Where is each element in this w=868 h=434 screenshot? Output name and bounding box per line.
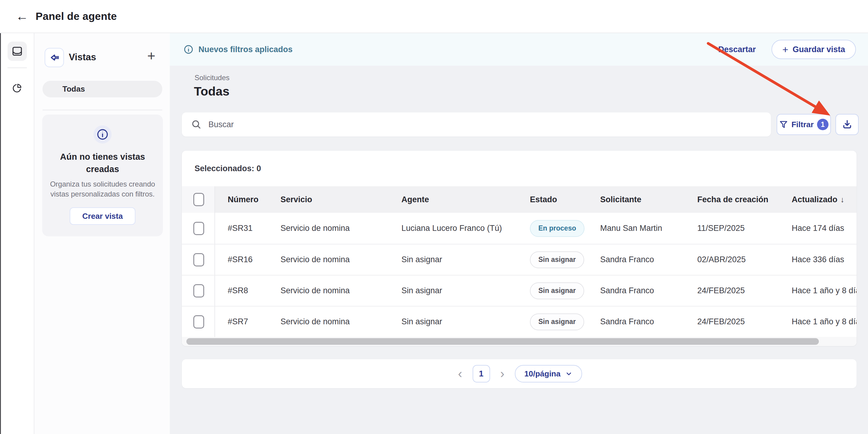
nav-reports-button[interactable] bbox=[7, 78, 27, 98]
request-service: Servicio de nomina bbox=[280, 286, 401, 295]
page-size-label: 10/página bbox=[525, 369, 561, 378]
empty-views-description: Organiza tus solicitudes creando vistas … bbox=[50, 179, 156, 199]
current-view-title: Todas bbox=[194, 85, 229, 99]
request-service: Servicio de nomina bbox=[280, 224, 401, 233]
inbox-icon bbox=[11, 45, 23, 57]
info-circle-icon bbox=[183, 44, 194, 55]
request-created: 24/FEB/2025 bbox=[697, 317, 792, 326]
request-requester: Sandra Franco bbox=[600, 255, 697, 264]
chevron-down-icon bbox=[565, 370, 572, 377]
request-requester: Manu San Martin bbox=[600, 224, 697, 233]
top-bar: ← Panel de agente bbox=[0, 0, 868, 33]
table-row[interactable]: #SR16 Servicio de nomina Sin asignar Sin… bbox=[182, 244, 857, 275]
search-input[interactable] bbox=[208, 120, 771, 129]
table-row[interactable]: #SR8 Servicio de nomina Sin asignar Sin … bbox=[182, 275, 857, 306]
row-checkbox[interactable] bbox=[193, 253, 204, 266]
row-checkbox[interactable] bbox=[193, 284, 204, 298]
column-header-solicitante[interactable]: Solicitante bbox=[600, 195, 697, 204]
status-badge: En proceso bbox=[530, 220, 585, 237]
save-view-button[interactable]: + Guardar vista bbox=[772, 40, 856, 59]
request-number: #SR8 bbox=[215, 286, 280, 295]
filter-label: Filtrar bbox=[792, 120, 814, 129]
status-badge: Sin asignar bbox=[530, 313, 584, 330]
table-row[interactable]: #SR31 Servicio de nomina Luciana Lucero … bbox=[182, 213, 857, 244]
request-requester: Sandra Franco bbox=[600, 286, 697, 295]
page-size-select[interactable]: 10/página bbox=[515, 365, 582, 382]
table-header-row: Número Servicio Agente Estado Solicitant… bbox=[182, 186, 857, 213]
row-checkbox-cell bbox=[182, 275, 215, 306]
save-view-label: Guardar vista bbox=[793, 45, 845, 54]
nav-inbox-button[interactable] bbox=[7, 42, 27, 61]
page-number-button[interactable]: 1 bbox=[473, 365, 490, 382]
filter-button[interactable]: Filtrar 1 bbox=[777, 114, 831, 135]
request-updated: Hace 1 año y 8 días bbox=[792, 317, 857, 326]
window-edge bbox=[0, 33, 1, 434]
request-agent: Sin asignar bbox=[401, 255, 530, 264]
main-content: Nuevos filtros aplicados Descartar + Gua… bbox=[170, 33, 868, 434]
column-header-numero[interactable]: Número bbox=[215, 195, 280, 204]
horizontal-scrollbar-thumb[interactable] bbox=[186, 338, 819, 345]
select-all-cell bbox=[182, 186, 215, 213]
request-requester: Sandra Franco bbox=[600, 317, 697, 326]
next-page-button[interactable]: › bbox=[499, 367, 506, 380]
views-divider bbox=[42, 110, 162, 110]
request-updated: Hace 1 año y 8 días bbox=[792, 286, 857, 295]
funnel-icon bbox=[779, 120, 788, 129]
icon-rail bbox=[0, 33, 34, 434]
requests-table-card: Seleccionados: 0 Número Servicio Agente … bbox=[182, 151, 857, 346]
column-header-estado[interactable]: Estado bbox=[530, 195, 600, 204]
banner-message: Nuevos filtros aplicados bbox=[198, 45, 292, 54]
search-bar[interactable] bbox=[182, 112, 771, 136]
empty-views-card: Aún no tienes vistas creadas Organiza tu… bbox=[42, 114, 163, 236]
status-badge: Sin asignar bbox=[530, 282, 584, 299]
discard-filters-button[interactable]: Descartar bbox=[718, 45, 756, 54]
row-checkbox-cell bbox=[182, 306, 215, 337]
request-number: #SR7 bbox=[215, 317, 280, 326]
pagination-bar: ‹ 1 › 10/página bbox=[182, 359, 857, 388]
request-agent: Sin asignar bbox=[401, 286, 530, 295]
download-icon bbox=[842, 119, 852, 130]
request-created: 24/FEB/2025 bbox=[697, 286, 792, 295]
sort-desc-icon: ↓ bbox=[841, 195, 844, 204]
request-service: Servicio de nomina bbox=[280, 317, 401, 326]
row-checkbox[interactable] bbox=[193, 315, 204, 329]
row-checkbox[interactable] bbox=[193, 222, 204, 235]
horizontal-scrollbar bbox=[182, 337, 857, 346]
request-agent: Sin asignar bbox=[401, 317, 530, 326]
request-number: #SR16 bbox=[215, 255, 280, 264]
collapse-views-button[interactable] bbox=[44, 48, 64, 67]
select-all-checkbox[interactable] bbox=[193, 193, 204, 206]
column-header-actualizado[interactable]: Actualizado↓ bbox=[792, 195, 857, 204]
request-updated: Hace 336 días bbox=[792, 255, 857, 264]
breadcrumb: Solicitudes bbox=[194, 73, 229, 82]
info-icon bbox=[93, 125, 112, 143]
filter-count-badge: 1 bbox=[817, 119, 829, 130]
row-checkbox-cell bbox=[182, 244, 215, 275]
views-collapse-icon bbox=[49, 52, 60, 63]
download-button[interactable] bbox=[835, 114, 859, 135]
view-item-todas[interactable]: Todas bbox=[42, 81, 162, 97]
views-panel-title: Vistas bbox=[69, 52, 96, 63]
request-number: #SR31 bbox=[215, 224, 280, 233]
request-created: 02/ABR/2025 bbox=[697, 255, 792, 264]
row-checkbox-cell bbox=[182, 213, 215, 244]
column-header-agente[interactable]: Agente bbox=[401, 195, 530, 204]
status-badge: Sin asignar bbox=[530, 252, 584, 268]
selected-count: Seleccionados: 0 bbox=[182, 151, 857, 186]
request-service: Servicio de nomina bbox=[280, 255, 401, 264]
search-icon bbox=[191, 119, 202, 130]
plus-icon: + bbox=[782, 44, 788, 56]
column-header-fecha[interactable]: Fecha de creación bbox=[697, 195, 792, 204]
previous-page-button[interactable]: ‹ bbox=[456, 367, 464, 380]
request-agent: Luciana Lucero Franco (Tú) bbox=[401, 224, 530, 233]
views-panel: Vistas + Todas Aún no tienes vistas crea… bbox=[34, 33, 170, 434]
column-header-servicio[interactable]: Servicio bbox=[280, 195, 401, 204]
back-button[interactable]: ← bbox=[16, 10, 28, 23]
filters-applied-banner: Nuevos filtros aplicados Descartar + Gua… bbox=[170, 33, 868, 66]
request-updated: Hace 174 días bbox=[792, 224, 857, 233]
create-view-button[interactable]: Crear vista bbox=[70, 207, 135, 225]
add-view-button[interactable]: + bbox=[147, 49, 155, 63]
rail-divider bbox=[7, 68, 27, 68]
pie-chart-icon bbox=[12, 83, 22, 93]
table-row[interactable]: #SR7 Servicio de nomina Sin asignar Sin … bbox=[182, 306, 857, 337]
